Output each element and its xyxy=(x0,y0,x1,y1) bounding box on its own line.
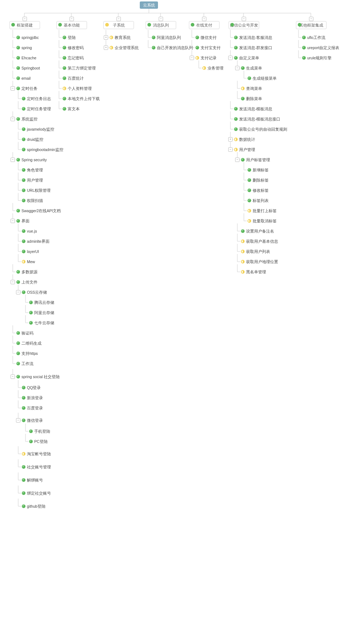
collapse-toggle[interactable]: − xyxy=(23,17,27,21)
tree-node[interactable]: 支持https xyxy=(16,351,38,356)
tree-node[interactable]: 发送消息-模板消息接口 xyxy=(234,116,281,122)
tree-node[interactable]: 定时任务日志 xyxy=(22,96,51,101)
tree-node[interactable]: 自定义菜单 xyxy=(234,55,259,60)
tree-node[interactable]: javamelody监控 xyxy=(22,127,54,132)
tree-node[interactable]: 获取用户地理位置 xyxy=(241,259,278,264)
tree-node[interactable]: 微信支付 xyxy=(195,35,217,40)
tree-node[interactable]: 阿里消息队列 xyxy=(152,35,181,40)
tree-node[interactable]: 手机登陆 xyxy=(29,429,50,434)
tree-node[interactable]: 第三方绑定管理 xyxy=(63,66,96,71)
tree-node[interactable]: 忘记密码 xyxy=(63,55,84,60)
collapse-toggle[interactable]: − xyxy=(116,17,121,21)
tree-node[interactable]: druid监控 xyxy=(22,137,43,142)
tree-node[interactable]: 系统监控 xyxy=(16,116,37,122)
tree-node[interactable]: OSS云存储 xyxy=(22,290,47,295)
tree-node[interactable]: 本地文件上传下载 xyxy=(63,96,100,101)
tree-node[interactable]: 修改标签 xyxy=(248,188,269,193)
tree-node[interactable]: Mew xyxy=(22,259,35,264)
tree-node[interactable]: 批量取消标签 xyxy=(248,218,277,223)
expand-toggle[interactable]: + xyxy=(104,35,108,40)
column-header[interactable]: 基本功能 xyxy=(56,21,87,29)
expand-toggle[interactable]: + xyxy=(104,45,108,50)
tree-node[interactable]: 黑名单管理 xyxy=(241,269,266,274)
tree-node[interactable]: 用户标签管理 xyxy=(241,157,270,162)
tree-node[interactable]: 百度登录 xyxy=(22,405,43,411)
tree-node[interactable]: Ehcache xyxy=(16,55,36,60)
tree-node[interactable]: 发送消息-客服消息 xyxy=(234,35,273,40)
column-header[interactable]: 微信公众号开发 xyxy=(229,21,259,29)
tree-node[interactable]: 七牛云存储 xyxy=(29,320,54,325)
root-node[interactable]: 云系统 xyxy=(140,1,158,9)
tree-node[interactable]: github登陆 xyxy=(22,504,46,509)
tree-node[interactable]: spring social 社交登陆 xyxy=(16,374,60,379)
tree-node[interactable]: adminlte界面 xyxy=(22,239,50,244)
tree-node[interactable]: 用户管理 xyxy=(22,178,43,183)
collapse-toggle[interactable]: − xyxy=(309,17,313,21)
column-header[interactable]: 框架搭建 xyxy=(9,21,40,29)
tree-node[interactable]: 微信登录 xyxy=(22,418,43,423)
tree-node[interactable]: 自己开发的消息队列 xyxy=(152,45,193,50)
collapse-toggle[interactable]: − xyxy=(202,17,206,21)
tree-node[interactable]: 定时任务管理 xyxy=(22,106,51,111)
tree-node[interactable]: Swagger2在线API文档 xyxy=(16,208,61,213)
tree-node[interactable]: 登陆 xyxy=(63,35,76,40)
collapse-toggle[interactable]: − xyxy=(228,147,233,152)
collapse-toggle[interactable]: − xyxy=(235,158,240,162)
collapse-toggle[interactable]: − xyxy=(16,290,20,294)
collapse-toggle[interactable]: − xyxy=(11,86,15,91)
tree-node[interactable]: email xyxy=(16,76,31,81)
tree-node[interactable]: 新浪登录 xyxy=(22,395,43,400)
tree-node[interactable]: 教育系统 xyxy=(110,35,131,40)
tree-node[interactable]: 二维码生成 xyxy=(16,341,41,346)
tree-node[interactable]: 权限扫描 xyxy=(22,198,43,203)
tree-node[interactable]: 工作流 xyxy=(16,361,33,366)
tree-node[interactable]: urule规则引擎 xyxy=(302,55,332,60)
tree-node[interactable]: uflo工作流 xyxy=(302,35,325,40)
tree-node[interactable]: 阿里云存储 xyxy=(29,310,54,315)
column-header[interactable]: 在线支付 xyxy=(189,21,219,29)
collapse-toggle[interactable]: − xyxy=(242,17,246,21)
tree-node[interactable]: 定时任务 xyxy=(16,86,37,91)
tree-node[interactable]: Spring security xyxy=(16,157,47,162)
tree-node[interactable]: 支付记录 xyxy=(195,55,217,60)
tree-node[interactable]: 查询菜单 xyxy=(241,86,262,91)
tree-node[interactable]: 验证码 xyxy=(16,330,33,336)
tree-node[interactable]: 删除标签 xyxy=(248,178,269,183)
tree-node[interactable]: 多数据源 xyxy=(16,269,37,274)
tree-node[interactable]: springjdbc xyxy=(16,35,39,40)
tree-node[interactable]: 生成菜单 xyxy=(241,66,262,71)
column-header[interactable]: 子系统 xyxy=(103,21,134,29)
collapse-toggle[interactable]: − xyxy=(159,17,163,21)
tree-node[interactable]: 腾讯云存储 xyxy=(29,300,54,305)
tree-node[interactable]: 标签列表 xyxy=(248,198,269,203)
tree-node[interactable]: 修改密码 xyxy=(63,45,84,50)
collapse-toggle[interactable]: − xyxy=(70,17,74,21)
tree-node[interactable]: 获取公众号的自动回复规则 xyxy=(234,127,287,132)
tree-node[interactable]: 个人资料管理 xyxy=(63,86,92,91)
tree-node[interactable]: 用户管理 xyxy=(234,147,255,152)
collapse-toggle[interactable]: − xyxy=(11,219,15,223)
tree-node[interactable]: 发送消息-群发接口 xyxy=(234,45,273,50)
tree-node[interactable]: URL权限管理 xyxy=(22,188,51,193)
tree-node[interactable]: 获取用户基本信息 xyxy=(241,239,278,244)
tree-node[interactable]: 企业管理系统 xyxy=(110,45,139,50)
collapse-toggle[interactable]: − xyxy=(11,280,15,284)
tree-node[interactable]: 界面 xyxy=(16,218,29,223)
collapse-toggle[interactable]: − xyxy=(228,56,233,60)
tree-node[interactable]: 设置用户备注名 xyxy=(241,229,274,234)
collapse-toggle[interactable]: − xyxy=(16,418,20,423)
tree-node[interactable]: 角色管理 xyxy=(22,167,43,173)
collapse-toggle[interactable]: − xyxy=(190,56,194,60)
tree-node[interactable]: 批量打上标签 xyxy=(248,208,277,213)
tree-node[interactable]: 新增标签 xyxy=(248,167,269,173)
tree-node[interactable]: 解绑账号 xyxy=(22,478,43,483)
collapse-toggle[interactable]: − xyxy=(11,117,15,121)
tree-node[interactable]: vue.js xyxy=(22,229,37,234)
column-header[interactable]: 其他框架集成 xyxy=(296,21,327,29)
tree-node[interactable]: ureport自定义报表 xyxy=(302,45,339,50)
tree-node[interactable]: 社交账号管理 xyxy=(22,464,51,469)
tree-node[interactable]: layerUI xyxy=(22,249,39,254)
collapse-toggle[interactable]: − xyxy=(11,158,15,162)
tree-node[interactable]: 绑定社交账号 xyxy=(22,491,51,496)
collapse-toggle[interactable]: − xyxy=(11,375,15,379)
